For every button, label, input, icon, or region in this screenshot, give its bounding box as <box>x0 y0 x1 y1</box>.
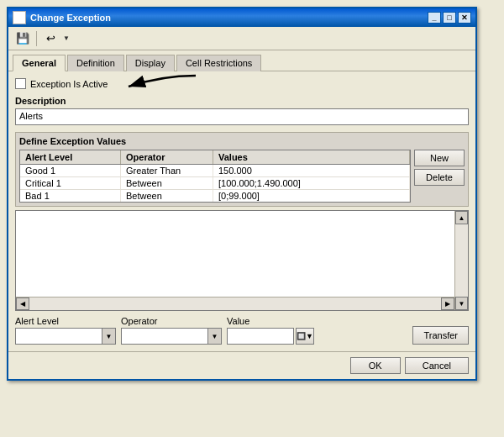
value-field-container: 🔲▼ <box>227 328 314 345</box>
table-header: Alert Level Operator Values <box>20 150 410 165</box>
cell-operator-1: Between <box>121 177 213 189</box>
vertical-scrollbar[interactable]: ▲ ▼ <box>454 211 468 310</box>
alert-level-field-group: Alert Level ▼ <box>15 316 116 345</box>
define-exception-section: Define Exception Values Alert Level Oper… <box>15 132 469 207</box>
dropdown-arrow-icon: ▼ <box>63 34 70 42</box>
operator-value <box>122 335 207 337</box>
alert-level-value <box>16 335 102 337</box>
desktop: ⚙ Change Exception _ □ ✕ 💾 ↩ ▼ <box>0 0 504 437</box>
minimize-button[interactable]: _ <box>428 12 441 24</box>
scroll-track[interactable] <box>29 297 441 310</box>
tab-cell-restrictions[interactable]: Cell Restrictions <box>176 55 261 71</box>
bottom-right: Transfer <box>412 326 469 345</box>
description-field[interactable]: Alerts <box>15 108 469 125</box>
value-field-label: Value <box>227 316 314 326</box>
alert-level-dropdown[interactable]: ▼ <box>15 328 116 345</box>
description-label: Description <box>15 96 469 106</box>
operator-field-label: Operator <box>121 316 222 326</box>
title-bar-buttons: _ □ ✕ <box>428 12 471 24</box>
define-exception-title: Define Exception Values <box>19 136 465 146</box>
toolbar-separator <box>36 31 37 46</box>
cell-values-1: [100.000;1.490.000] <box>213 177 410 189</box>
exception-table: Alert Level Operator Values Good 1 Great… <box>19 150 411 203</box>
alert-level-field-label: Alert Level <box>15 316 116 326</box>
scroll-left-button[interactable]: ◀ <box>16 297 29 310</box>
transfer-button[interactable]: Transfer <box>412 326 469 345</box>
close-button[interactable]: ✕ <box>458 12 471 24</box>
value-input[interactable] <box>227 328 294 345</box>
change-exception-window: ⚙ Change Exception _ □ ✕ 💾 ↩ ▼ <box>7 7 477 381</box>
cell-values-2: [0;99.000] <box>213 190 410 202</box>
cell-alert-level-0: Good 1 <box>20 165 121 176</box>
maximize-button[interactable]: □ <box>443 12 456 24</box>
col-header-alert-level: Alert Level <box>20 150 121 164</box>
cell-operator-2: Between <box>121 190 213 202</box>
save-button[interactable]: 💾 <box>13 29 33 48</box>
undo-button[interactable]: ↩ <box>40 29 60 48</box>
tabs-container: General Definition Display Cell Restrict… <box>8 50 475 71</box>
new-button[interactable]: New <box>414 150 465 166</box>
window-icon: ⚙ <box>13 11 26 24</box>
window-title: Change Exception <box>30 13 111 23</box>
footer: OK Cancel <box>8 351 475 379</box>
toolbar-dropdown[interactable]: ▼ <box>62 29 71 48</box>
tab-content: Exception Is Active Description Alerts <box>8 71 475 351</box>
title-bar: ⚙ Change Exception _ □ ✕ <box>8 8 475 27</box>
ok-button[interactable]: OK <box>350 357 401 374</box>
cell-operator-0: Greater Than <box>121 165 213 176</box>
scroll-area[interactable]: ◀ ▶ ▲ ▼ <box>15 210 469 311</box>
cell-alert-level-1: Critical 1 <box>20 177 121 189</box>
col-header-operator: Operator <box>121 150 213 164</box>
exception-active-label: Exception Is Active <box>30 79 108 89</box>
table-area: Alert Level Operator Values Good 1 Great… <box>19 150 465 203</box>
scroll-right-button[interactable]: ▶ <box>441 297 454 310</box>
tab-display[interactable]: Display <box>126 55 175 71</box>
delete-button[interactable]: Delete <box>414 169 465 186</box>
cell-alert-level-2: Bad 1 <box>20 190 121 202</box>
table-action-buttons: New Delete <box>414 150 465 203</box>
operator-field-group: Operator ▼ <box>121 316 222 345</box>
alert-level-dropdown-arrow[interactable]: ▼ <box>102 329 115 344</box>
undo-icon: ↩ <box>46 32 55 45</box>
value-icon-button[interactable]: 🔲▼ <box>296 328 314 345</box>
operator-dropdown-arrow[interactable]: ▼ <box>207 329 221 344</box>
bottom-controls: Alert Level ▼ Operator ▼ Value <box>15 316 469 345</box>
table-row[interactable]: Bad 1 Between [0;99.000] <box>20 190 410 202</box>
exception-active-row: Exception Is Active <box>15 78 469 89</box>
cancel-button[interactable]: Cancel <box>405 357 469 374</box>
scroll-up-button[interactable]: ▲ <box>455 211 468 224</box>
scroll-down-button[interactable]: ▼ <box>455 297 468 310</box>
horizontal-scrollbar[interactable]: ◀ ▶ <box>16 297 454 310</box>
value-field-group: Value 🔲▼ <box>227 316 314 345</box>
cell-values-0: 150.000 <box>213 165 410 176</box>
tab-definition[interactable]: Definition <box>67 55 124 71</box>
value-icon: 🔲▼ <box>297 332 313 340</box>
toolbar: 💾 ↩ ▼ <box>8 27 475 50</box>
col-header-values: Values <box>213 150 410 164</box>
operator-dropdown[interactable]: ▼ <box>121 328 222 345</box>
table-row[interactable]: Good 1 Greater Than 150.000 <box>20 165 410 177</box>
tab-general[interactable]: General <box>13 55 66 71</box>
scroll-v-track[interactable] <box>455 224 468 297</box>
exception-active-checkbox[interactable] <box>15 78 26 89</box>
table-row[interactable]: Critical 1 Between [100.000;1.490.000] <box>20 177 410 190</box>
save-icon: 💾 <box>16 32 29 45</box>
title-bar-left: ⚙ Change Exception <box>13 11 111 24</box>
